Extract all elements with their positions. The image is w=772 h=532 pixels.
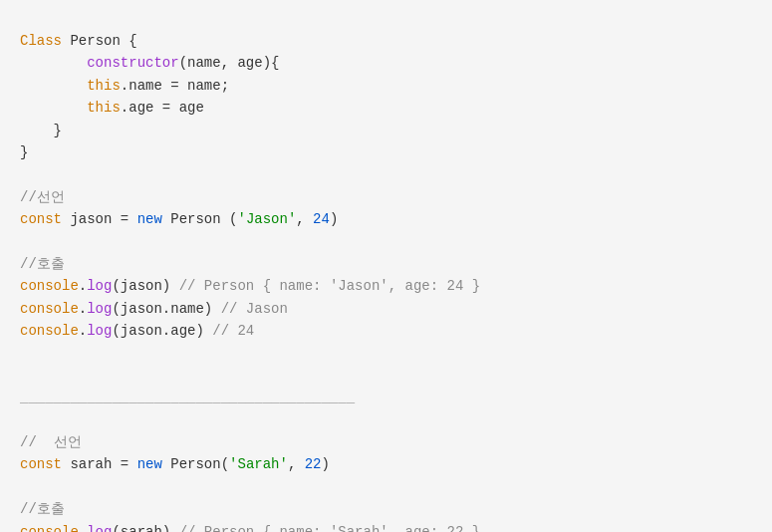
code-token: } bbox=[20, 123, 62, 138]
code-token: // Person { name: 'Jason', age: 24 } bbox=[179, 278, 480, 294]
code-token: } bbox=[20, 144, 28, 160]
code-line: console.log(jason.age) // 24 bbox=[20, 320, 752, 342]
code-token: console bbox=[20, 323, 79, 339]
code-line bbox=[20, 163, 752, 185]
code-line: const sarah = new Person('Sarah', 22) bbox=[20, 453, 752, 475]
code-token: ________________________________________ bbox=[20, 390, 355, 405]
code-line: //호출 bbox=[20, 498, 752, 520]
code-token: , bbox=[288, 456, 305, 472]
code-token: sarah = bbox=[62, 456, 137, 472]
code-token: 'Sarah' bbox=[229, 456, 288, 472]
code-token: (jason) bbox=[112, 278, 178, 294]
code-token: // Jason bbox=[221, 301, 288, 317]
code-token: log bbox=[87, 524, 112, 532]
code-line bbox=[20, 231, 752, 253]
code-token: (sarah) bbox=[112, 524, 178, 532]
code-token: const bbox=[20, 456, 62, 472]
code-line: console.log(jason) // Person { name: 'Ja… bbox=[20, 275, 752, 297]
code-token: ) bbox=[322, 456, 330, 472]
code-line bbox=[20, 409, 752, 431]
code-token: (name, age){ bbox=[179, 55, 280, 71]
code-line bbox=[20, 342, 752, 364]
code-block: Class Person { constructor(name, age){ t… bbox=[20, 20, 752, 532]
code-token: console bbox=[20, 301, 79, 317]
code-token: .name = name; bbox=[121, 78, 229, 94]
code-token: // 선언 bbox=[20, 434, 82, 450]
code-line bbox=[20, 476, 752, 498]
code-line: console.log(sarah) // Person { name: 'Sa… bbox=[20, 521, 752, 532]
code-line: this.name = name; bbox=[20, 75, 752, 97]
code-token: Person ( bbox=[162, 211, 238, 227]
code-token: Class bbox=[20, 33, 70, 49]
code-token: Person( bbox=[162, 456, 229, 472]
code-token: //호출 bbox=[20, 256, 65, 272]
code-line: //호출 bbox=[20, 253, 752, 275]
code-token: , bbox=[296, 211, 313, 227]
code-line: console.log(jason.name) // Jason bbox=[20, 298, 752, 320]
code-line: } bbox=[20, 120, 752, 141]
code-token: this bbox=[87, 78, 121, 94]
code-token: (jason.name) bbox=[112, 301, 220, 317]
code-line: ________________________________________ bbox=[20, 387, 752, 408]
code-line: } bbox=[20, 141, 752, 163]
code-token: console bbox=[20, 278, 79, 294]
code-token: 24 bbox=[313, 211, 330, 227]
code-token: this bbox=[87, 100, 121, 116]
code-token: (jason.age) bbox=[112, 323, 212, 339]
code-token: // Person { name: 'Sarah', age: 22 } bbox=[179, 524, 480, 532]
code-token: . bbox=[79, 524, 87, 532]
code-token: console bbox=[20, 524, 79, 532]
code-token: ) bbox=[330, 211, 338, 227]
code-token bbox=[20, 55, 87, 71]
code-token: . bbox=[79, 323, 87, 339]
code-token: { bbox=[121, 33, 137, 49]
code-line: const jason = new Person ('Jason', 24) bbox=[20, 208, 752, 230]
code-token bbox=[20, 100, 87, 116]
code-token: log bbox=[87, 301, 112, 317]
code-token: 'Jason' bbox=[237, 211, 296, 227]
code-token: . bbox=[79, 301, 87, 317]
code-token: 22 bbox=[305, 456, 322, 472]
code-token: // 24 bbox=[212, 323, 254, 339]
code-token: .age = age bbox=[121, 100, 204, 116]
code-token bbox=[20, 78, 87, 94]
code-token: jason = bbox=[62, 211, 137, 227]
code-line: //선언 bbox=[20, 186, 752, 208]
code-line: this.age = age bbox=[20, 97, 752, 119]
code-token: constructor bbox=[87, 55, 178, 71]
code-token: Person bbox=[70, 33, 120, 49]
code-token: . bbox=[79, 278, 87, 294]
code-token: //호출 bbox=[20, 501, 65, 517]
code-line: // 선언 bbox=[20, 431, 752, 453]
code-line: constructor(name, age){ bbox=[20, 52, 752, 74]
code-line: Class Person { bbox=[20, 30, 752, 52]
code-line bbox=[20, 365, 752, 387]
code-token: log bbox=[87, 323, 112, 339]
code-token: const bbox=[20, 211, 62, 227]
code-token: log bbox=[87, 278, 112, 294]
code-token: new bbox=[137, 456, 162, 472]
code-token: new bbox=[137, 211, 162, 227]
code-token: //선언 bbox=[20, 189, 65, 205]
